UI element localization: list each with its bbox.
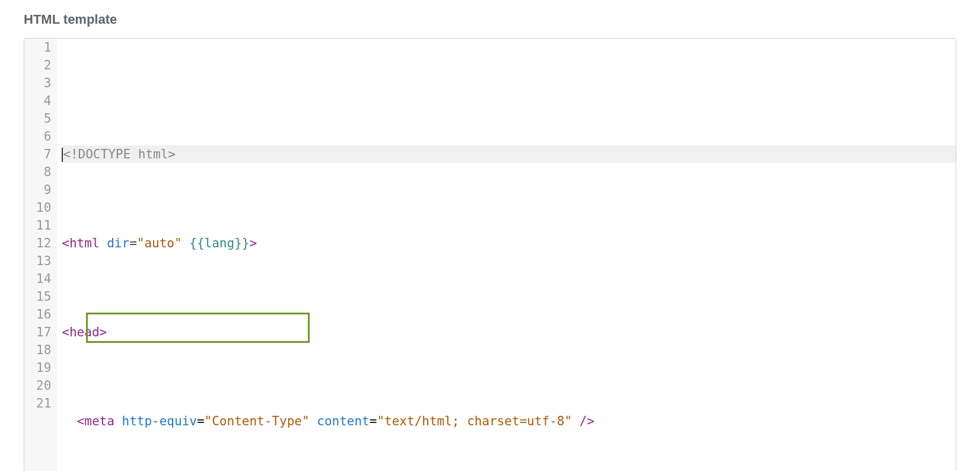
line-number: 2	[36, 56, 51, 74]
line-number: 9	[36, 181, 51, 199]
line-number: 16	[36, 305, 51, 323]
line-number: 5	[36, 110, 51, 128]
line-number: 8	[36, 163, 51, 181]
code-line[interactable]: <!DOCTYPE html>	[62, 145, 956, 163]
section-title: HTML template	[24, 12, 956, 27]
line-number: 10	[36, 199, 51, 217]
code-line[interactable]: <head>	[62, 323, 956, 341]
code-line[interactable]: <html dir="auto" {{lang}}>	[62, 234, 956, 252]
line-number: 12	[36, 234, 51, 252]
line-number: 14	[36, 270, 51, 288]
line-number: 7	[36, 145, 51, 163]
code-line[interactable]: <meta http-equiv="Content-Type" content=…	[62, 412, 956, 430]
line-number: 13	[36, 252, 51, 270]
line-number: 11	[36, 217, 51, 234]
line-number: 18	[36, 341, 51, 359]
line-number: 17	[36, 323, 51, 341]
line-number: 4	[36, 92, 51, 110]
line-number: 6	[36, 128, 51, 145]
line-number: 15	[36, 288, 51, 305]
line-number: 21	[36, 394, 51, 412]
line-number: 1	[36, 39, 51, 56]
code-editor[interactable]: 1 2 3 4 5 6 7 8 9 10 11 12 13 14 15 16 1…	[24, 38, 956, 471]
line-number: 19	[36, 359, 51, 377]
code-content[interactable]: <!DOCTYPE html> <html dir="auto" {{lang}…	[57, 39, 956, 471]
line-number: 3	[36, 74, 51, 92]
line-number-gutter: 1 2 3 4 5 6 7 8 9 10 11 12 13 14 15 16 1…	[24, 39, 57, 471]
line-number: 20	[36, 377, 51, 394]
